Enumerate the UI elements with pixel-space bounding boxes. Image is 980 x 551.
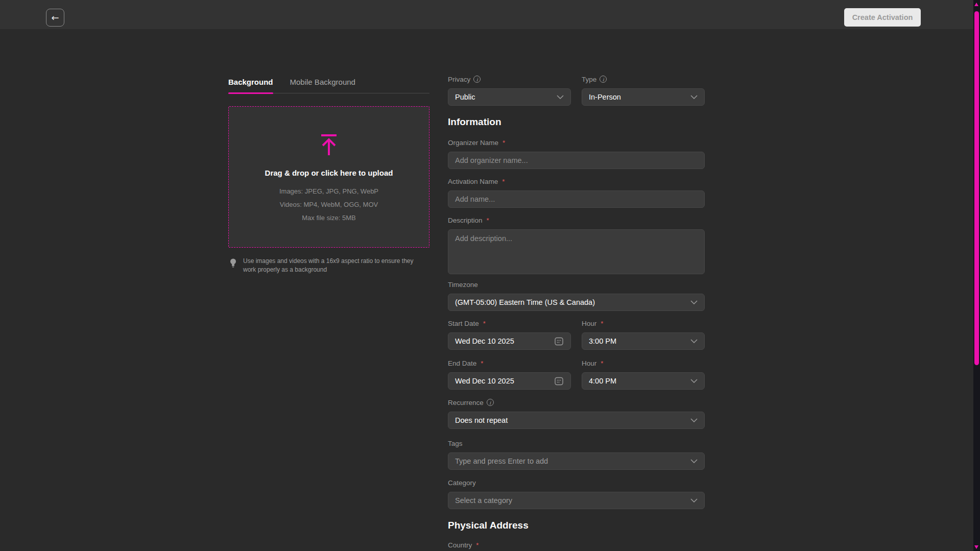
scroll-down-arrow-icon[interactable] (974, 545, 978, 549)
country-label-text: Country (448, 541, 472, 549)
organizer-name-group: Organizer Name * (448, 138, 705, 169)
type-value: In-Person (589, 93, 686, 101)
type-group: Type i In-Person (582, 75, 705, 106)
timezone-value: (GMT-05:00) Eastern Time (US & Canada) (455, 298, 686, 306)
start-date-label-text: Start Date (448, 320, 479, 327)
country-group: Country * (448, 540, 705, 551)
tab-mobile-background[interactable]: Mobile Background (290, 78, 355, 93)
background-tabs: Background Mobile Background (228, 78, 429, 93)
chevron-down-icon (690, 459, 698, 463)
required-asterisk: * (502, 178, 505, 185)
end-date-label-text: End Date (448, 360, 476, 367)
privacy-select[interactable]: Public (448, 88, 571, 106)
tags-group: Tags Type and press Enter to add (448, 439, 705, 470)
info-icon[interactable]: i (600, 76, 607, 83)
recurrence-label-text: Recurrence (448, 399, 484, 406)
end-date-picker[interactable]: Wed Dec 10 2025 (448, 372, 571, 390)
category-select[interactable]: Select a category (448, 492, 705, 509)
timezone-select[interactable]: (GMT-05:00) Eastern Time (US & Canada) (448, 294, 705, 311)
aspect-ratio-hint: Use images and videos with a 16x9 aspect… (229, 257, 421, 274)
tab-background[interactable]: Background (228, 78, 273, 93)
start-date-picker[interactable]: Wed Dec 10 2025 (448, 332, 571, 350)
end-hour-label-text: Hour (582, 360, 596, 367)
dropzone-videos-formats: Videos: MP4, WebM, OGG, MOV (280, 201, 378, 208)
end-hour-select[interactable]: 4:00 PM (582, 372, 705, 390)
tags-input[interactable]: Type and press Enter to add (448, 452, 705, 470)
privacy-value: Public (455, 93, 553, 101)
start-hour-value: 3:00 PM (589, 337, 686, 345)
recurrence-group: Recurrence i Does not repeat (448, 398, 705, 429)
start-hour-label: Hour * (582, 319, 705, 328)
start-hour-group: Hour * 3:00 PM (582, 319, 705, 350)
required-asterisk: * (503, 139, 505, 147)
info-icon[interactable]: i (473, 76, 481, 83)
calendar-icon (554, 376, 564, 386)
required-asterisk: * (476, 541, 479, 549)
chevron-down-icon (557, 95, 564, 99)
activation-name-group: Activation Name * (448, 177, 705, 208)
end-date-label: End Date * (448, 358, 571, 368)
required-asterisk: * (601, 360, 603, 367)
start-date-group: Start Date * Wed Dec 10 2025 (448, 319, 571, 350)
chevron-down-icon (690, 418, 698, 422)
dropzone-max-size: Max file size: 5MB (302, 214, 355, 222)
category-label: Category (448, 478, 705, 487)
page-scrollbar[interactable] (973, 0, 980, 551)
activation-name-label: Activation Name * (448, 177, 705, 186)
recurrence-select[interactable]: Does not repeat (448, 412, 705, 429)
aspect-ratio-hint-text: Use images and videos with a 16x9 aspect… (243, 257, 421, 274)
end-date-group: End Date * Wed Dec 10 2025 (448, 358, 571, 390)
required-asterisk: * (601, 320, 603, 327)
description-label-text: Description (448, 217, 483, 224)
physical-address-heading: Physical Address (448, 520, 529, 531)
type-label: Type i (582, 75, 705, 84)
information-heading: Information (448, 116, 501, 128)
start-hour-label-text: Hour (582, 320, 596, 327)
privacy-group: Privacy i Public (448, 75, 571, 106)
type-select[interactable]: In-Person (582, 88, 705, 106)
chevron-down-icon (690, 379, 698, 383)
required-asterisk: * (481, 360, 483, 367)
activation-name-label-text: Activation Name (448, 178, 498, 185)
create-activation-button[interactable]: Create Activation (844, 8, 921, 27)
end-hour-group: Hour * 4:00 PM (582, 358, 705, 390)
scroll-up-arrow-icon[interactable] (974, 3, 978, 6)
activation-name-input[interactable] (448, 190, 705, 208)
required-asterisk: * (483, 320, 486, 327)
description-group: Description * (448, 215, 705, 274)
chevron-down-icon (690, 498, 698, 502)
country-label: Country * (448, 540, 705, 549)
required-asterisk: * (487, 217, 489, 224)
upload-dropzone[interactable]: Drag & drop or click here to upload Imag… (228, 106, 429, 248)
timezone-label-text: Timezone (448, 281, 478, 289)
recurrence-label: Recurrence i (448, 398, 705, 407)
timezone-group: Timezone (GMT-05:00) Eastern Time (US & … (448, 280, 705, 311)
description-label: Description * (448, 215, 705, 225)
activation-form: Privacy i Public Type i In-Person (448, 0, 705, 551)
organizer-name-input[interactable] (448, 152, 705, 169)
info-icon[interactable]: i (487, 399, 494, 406)
start-date-value: Wed Dec 10 2025 (455, 337, 550, 345)
dropzone-images-formats: Images: JPEG, JPG, PNG, WebP (279, 187, 378, 195)
calendar-icon (554, 337, 564, 346)
timezone-label: Timezone (448, 280, 705, 289)
chevron-down-icon (690, 95, 698, 99)
organizer-name-label-text: Organizer Name (448, 139, 498, 147)
privacy-label: Privacy i (448, 75, 571, 84)
end-hour-value: 4:00 PM (589, 377, 686, 385)
start-hour-select[interactable]: 3:00 PM (582, 332, 705, 350)
arrow-left-icon: ← (51, 12, 59, 23)
back-button[interactable]: ← (46, 9, 64, 27)
category-label-text: Category (448, 479, 476, 487)
scrollbar-thumb[interactable] (974, 11, 979, 365)
lightbulb-icon (229, 258, 237, 269)
start-date-label: Start Date * (448, 319, 571, 328)
tags-label: Tags (448, 439, 705, 448)
recurrence-value: Does not repeat (455, 416, 686, 424)
dropzone-title: Drag & drop or click here to upload (265, 169, 393, 177)
tags-label-text: Tags (448, 440, 463, 447)
end-hour-label: Hour * (582, 358, 705, 368)
upload-arrow-icon (317, 133, 341, 157)
description-textarea[interactable] (448, 229, 705, 274)
privacy-label-text: Privacy (448, 76, 470, 83)
